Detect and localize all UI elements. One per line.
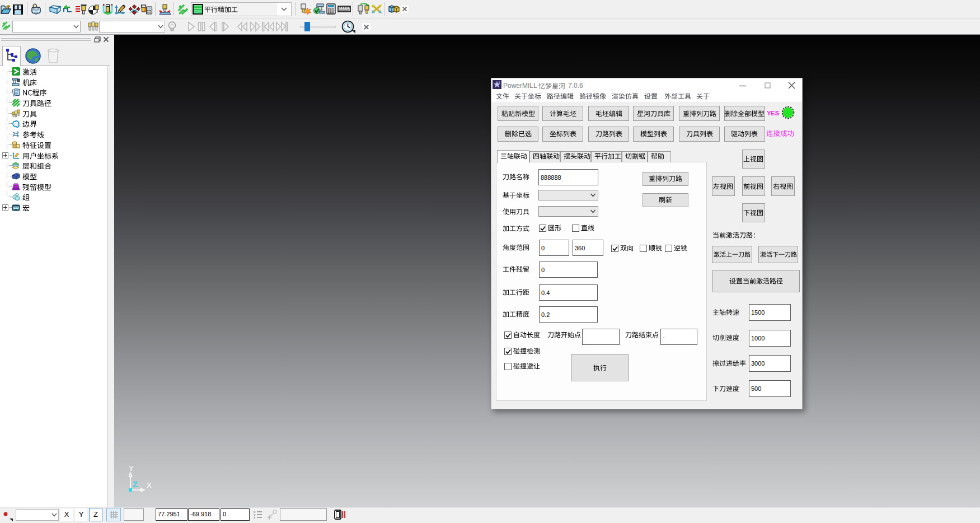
svg-text:Y: Y [129,465,134,473]
svg-text:z: z [254,516,256,520]
svg-text:X: X [147,481,152,489]
svg-text:Z: Z [133,480,138,489]
